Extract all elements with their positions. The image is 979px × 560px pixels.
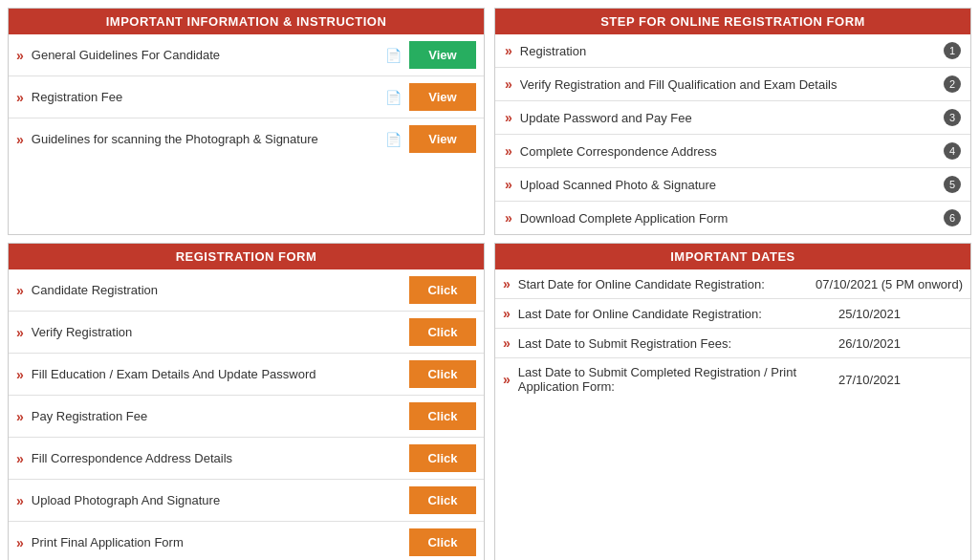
reg-row-label: Print Final Application Form (32, 535, 402, 549)
dates-row: » Last Date to Submit Registration Fees:… (495, 329, 970, 358)
view-button-0[interactable]: View (409, 41, 476, 69)
pdf-icon: 📄 (385, 132, 402, 147)
step-row: » Complete Correspondence Address 4 (495, 135, 970, 168)
dates-row: » Start Date for Online Candidate Regist… (495, 269, 970, 299)
click-button-1[interactable]: Click (409, 318, 476, 346)
registration-row: » Fill Correspondence Address Details Cl… (9, 438, 484, 480)
important-info-rows: » General Guidelines For Candidate 📄 Vie… (9, 34, 484, 160)
step-label: Registration (520, 44, 932, 58)
dates-bullet: » (503, 372, 511, 387)
step-bullet: » (505, 143, 512, 159)
reg-row-label: Candidate Registration (32, 283, 402, 297)
important-info-header: IMPORTANT INFORMATION & INSTRUCTION (9, 9, 484, 34)
step-label: Download Complete Application Form (520, 211, 932, 226)
bullet-icon: » (16, 90, 24, 105)
reg-row-label: Pay Registration Fee (32, 409, 402, 423)
step-label: Complete Correspondence Address (520, 144, 932, 159)
reg-row-label: Fill Education / Exam Details And Update… (32, 367, 402, 381)
bullet-icon: » (16, 48, 24, 63)
reg-row-label: Upload Photograph And Signature (32, 493, 402, 507)
registration-row: » Candidate Registration Click (9, 269, 484, 312)
reg-bullet: » (16, 325, 24, 340)
reg-row-label: Verify Registration (32, 325, 402, 339)
step-number: 3 (944, 109, 961, 126)
steps-rows: » Registration 1 » Verify Registration a… (495, 34, 970, 234)
registration-row: » Print Final Application Form Click (9, 522, 484, 560)
important-dates-panel: Important Dates » Start Date for Online … (494, 243, 971, 560)
bullet-icon: » (16, 132, 24, 147)
dates-row-value: 26/10/2021 (838, 336, 963, 351)
step-row: » Verify Registration and Fill Qualifica… (495, 68, 970, 101)
reg-row-label: Fill Correspondence Address Details (32, 451, 402, 465)
registration-form-panel: Registration Form » Candidate Registrati… (8, 243, 485, 560)
dates-row-label: Last Date to Submit Completed Registrati… (518, 365, 831, 394)
step-bullet: » (505, 43, 512, 58)
step-label: Upload Scanned Photo & Signature (520, 178, 932, 192)
dates-bullet: » (503, 276, 511, 291)
click-button-0[interactable]: Click (409, 276, 476, 304)
step-number: 4 (944, 142, 961, 160)
registration-row: » Verify Registration Click (9, 312, 484, 354)
pdf-icon: 📄 (385, 48, 402, 63)
steps-panel: Step For Online Registration Form » Regi… (494, 8, 971, 235)
reg-bullet: » (16, 409, 24, 424)
dates-row-label: Start Date for Online Candidate Registra… (518, 277, 808, 291)
dates-row: » Last Date for Online Candidate Registr… (495, 299, 970, 329)
step-bullet: » (505, 210, 512, 226)
dates-rows: » Start Date for Online Candidate Regist… (495, 269, 970, 400)
dates-row-value: 27/10/2021 (838, 373, 963, 387)
info-row: » General Guidelines For Candidate 📄 Vie… (9, 34, 484, 76)
dates-bullet: » (503, 306, 511, 321)
steps-header: Step For Online Registration Form (495, 9, 970, 34)
click-button-4[interactable]: Click (409, 444, 476, 472)
dates-row-value: 07/10/2021 (5 PM onword) (816, 277, 963, 291)
step-bullet: » (505, 177, 512, 192)
info-row: » Registration Fee 📄 View (9, 76, 484, 118)
reg-bullet: » (16, 367, 24, 382)
important-info-panel: IMPORTANT INFORMATION & INSTRUCTION » Ge… (8, 8, 485, 235)
important-dates-header: Important Dates (495, 244, 970, 269)
reg-bullet: » (16, 493, 24, 508)
step-bullet: » (505, 76, 512, 92)
info-row-label: Guidelines for scanning the Photograph &… (32, 132, 378, 146)
info-row-label: Registration Fee (32, 90, 378, 104)
registration-rows: » Candidate Registration Click » Verify … (9, 269, 484, 560)
click-button-2[interactable]: Click (409, 360, 476, 388)
dates-row: » Last Date to Submit Completed Registra… (495, 358, 970, 400)
registration-form-header: Registration Form (9, 244, 484, 269)
step-number: 6 (944, 209, 961, 226)
click-button-3[interactable]: Click (409, 402, 476, 430)
view-button-1[interactable]: View (409, 83, 476, 111)
click-button-5[interactable]: Click (409, 486, 476, 514)
pdf-icon: 📄 (385, 90, 402, 105)
step-row: » Upload Scanned Photo & Signature 5 (495, 168, 970, 202)
step-row: » Registration 1 (495, 34, 970, 68)
step-number: 2 (944, 75, 961, 93)
info-row-label: General Guidelines For Candidate (32, 48, 378, 62)
registration-row: » Pay Registration Fee Click (9, 396, 484, 438)
reg-bullet: » (16, 283, 24, 298)
click-button-6[interactable]: Click (409, 528, 476, 556)
reg-bullet: » (16, 451, 24, 466)
dates-row-label: Last Date for Online Candidate Registrat… (518, 307, 831, 321)
step-label: Verify Registration and Fill Qualificati… (520, 77, 932, 92)
step-label: Update Password and Pay Fee (520, 111, 932, 125)
view-button-2[interactable]: View (409, 125, 476, 153)
registration-row: » Fill Education / Exam Details And Upda… (9, 354, 484, 396)
registration-row: » Upload Photograph And Signature Click (9, 480, 484, 522)
info-row: » Guidelines for scanning the Photograph… (9, 118, 484, 160)
step-row: » Update Password and Pay Fee 3 (495, 101, 970, 135)
dates-row-value: 25/10/2021 (838, 307, 963, 321)
step-number: 5 (944, 176, 961, 193)
dates-row-label: Last Date to Submit Registration Fees: (518, 336, 831, 351)
step-row: » Download Complete Application Form 6 (495, 202, 970, 234)
step-number: 1 (944, 42, 961, 59)
reg-bullet: » (16, 535, 24, 550)
step-bullet: » (505, 110, 512, 125)
dates-bullet: » (503, 335, 511, 351)
